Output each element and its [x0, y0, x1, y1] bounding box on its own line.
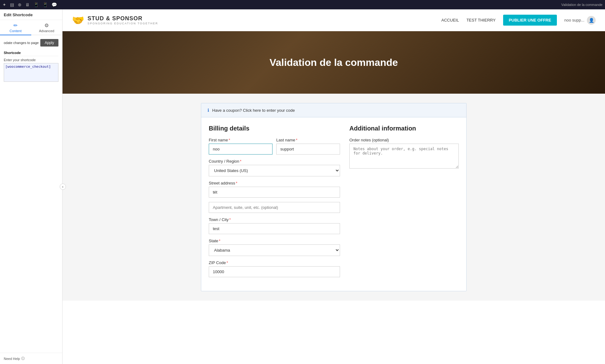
- nav-user[interactable]: noo supp... 👤: [564, 16, 596, 25]
- sidebar-title: Edit Shortcode: [0, 9, 62, 20]
- hero-section: Validation de la commande: [62, 31, 605, 94]
- help-circle-icon: ⓘ: [21, 356, 25, 361]
- town-city-group: Town / City*: [209, 217, 340, 234]
- nav-link-test-thierry[interactable]: TEST THIERRY: [467, 18, 496, 22]
- town-required: *: [229, 217, 231, 222]
- additional-heading: Additional information: [349, 125, 459, 132]
- device-desktop-icon[interactable]: 🖥: [25, 2, 30, 7]
- zip-required: *: [227, 260, 228, 265]
- first-name-required: *: [228, 138, 230, 142]
- street-address2-group: [209, 202, 340, 213]
- street-required: *: [236, 181, 238, 185]
- additional-section: Additional information Order notes (opti…: [349, 125, 459, 282]
- site-nav: 🤝 STUD & SPONSOR Sponsoring Education To…: [62, 9, 605, 31]
- apply-label: odate changes to page: [4, 41, 39, 45]
- street-address-input[interactable]: [209, 187, 340, 198]
- tab-content[interactable]: ✏ Content: [0, 20, 31, 35]
- hero-title: Validation de la commande: [270, 57, 398, 68]
- shortcode-section-title: Shortcode: [4, 51, 58, 56]
- first-name-input[interactable]: [209, 144, 272, 155]
- shortcode-field-label: Enter your shortcode: [4, 58, 58, 62]
- advanced-tab-label: Advanced: [39, 29, 54, 33]
- site-logo: 🤝 STUD & SPONSOR Sponsoring Education To…: [72, 14, 158, 26]
- last-name-group: Last name*: [276, 138, 340, 155]
- order-notes-label: Order notes (optional): [349, 138, 459, 142]
- billing-section: Billing details First name* Last name: [209, 125, 340, 282]
- user-name: noo supp...: [564, 18, 584, 22]
- sidebar-tabs: ✏ Content ⚙ Advanced: [0, 20, 62, 35]
- order-notes-textarea[interactable]: [349, 144, 459, 169]
- state-required: *: [219, 239, 220, 243]
- apply-row: odate changes to page Apply: [4, 39, 58, 47]
- main-content: 🤝 STUD & SPONSOR Sponsoring Education To…: [62, 9, 605, 364]
- last-name-label: Last name*: [276, 138, 340, 142]
- info-icon: ℹ: [208, 108, 209, 113]
- need-help-label: Need Help: [4, 357, 20, 361]
- order-notes-group: Order notes (optional): [349, 138, 459, 170]
- shortcode-textarea[interactable]: [woocommerce_checkout]: [4, 63, 58, 82]
- user-avatar: 👤: [587, 16, 596, 25]
- advanced-tab-icon: ⚙: [44, 22, 49, 28]
- logo-text: STUD & SPONSOR Sponsoring Education Toge…: [88, 15, 158, 25]
- checkout-body: Billing details First name* Last name: [201, 117, 466, 291]
- country-required: *: [240, 159, 242, 164]
- elementor-logo-icon[interactable]: ✦: [2, 2, 6, 7]
- need-help[interactable]: Need Help ⓘ: [0, 353, 62, 364]
- publier-offre-button[interactable]: PUBLIER UNE OFFRE: [503, 15, 557, 26]
- device-tablet-icon[interactable]: 📱: [33, 2, 39, 7]
- logo-icon: 🤝: [72, 14, 84, 26]
- coupon-text: Have a coupon? Click here to enter your …: [212, 108, 295, 113]
- town-city-input[interactable]: [209, 223, 340, 234]
- country-label: Country / Region*: [209, 159, 340, 164]
- tab-advanced[interactable]: ⚙ Advanced: [31, 20, 62, 35]
- last-name-input[interactable]: [276, 144, 340, 155]
- name-row: First name* Last name*: [209, 138, 340, 155]
- nav-links: ACCUEIL TEST THIERRY PUBLIER UNE OFFRE n…: [441, 15, 596, 26]
- last-name-required: *: [296, 138, 298, 142]
- first-name-group: First name*: [209, 138, 272, 155]
- chat-icon[interactable]: 💬: [52, 2, 57, 7]
- menu-icon[interactable]: ▤: [10, 2, 14, 7]
- page-body: ℹ Have a coupon? Click here to enter you…: [62, 94, 605, 301]
- country-select[interactable]: United States (US) France United Kingdom…: [209, 165, 340, 176]
- town-city-label: Town / City*: [209, 217, 340, 222]
- street-address-label: Street address*: [209, 181, 340, 185]
- collapse-sidebar-button[interactable]: ‹: [60, 184, 66, 190]
- street-address-group: Street address*: [209, 181, 340, 198]
- zip-code-group: ZIP Code*: [209, 260, 340, 277]
- page-tab-label: Validation de la commande: [561, 3, 602, 7]
- device-mobile-icon[interactable]: 📱: [42, 2, 48, 7]
- top-toolbar: ✦ ▤ ⊕ 🖥 📱 📱 💬 Validation de la commande: [0, 0, 605, 9]
- nav-link-accueil[interactable]: ACCUEIL: [441, 18, 459, 22]
- state-group: State* Alabama Alaska Arizona California…: [209, 239, 340, 256]
- content-tab-label: Content: [9, 29, 22, 33]
- content-tab-icon: ✏: [13, 22, 18, 28]
- checkout-container: ℹ Have a coupon? Click here to enter you…: [201, 103, 467, 291]
- first-name-label: First name*: [209, 138, 272, 142]
- billing-heading: Billing details: [209, 125, 340, 132]
- street-address2-input[interactable]: [209, 202, 340, 213]
- add-icon[interactable]: ⊕: [18, 2, 22, 7]
- sidebar: Edit Shortcode ✏ Content ⚙ Advanced odat…: [0, 9, 62, 364]
- logo-main-text: STUD & SPONSOR: [88, 15, 158, 22]
- country-group: Country / Region* United States (US) Fra…: [209, 159, 340, 176]
- zip-code-label: ZIP Code*: [209, 260, 340, 265]
- logo-sub-text: Sponsoring Education Together: [88, 22, 158, 25]
- state-label: State*: [209, 239, 340, 243]
- sidebar-body: odate changes to page Apply Shortcode En…: [0, 35, 62, 353]
- apply-button[interactable]: Apply: [40, 39, 58, 47]
- zip-code-input[interactable]: [209, 266, 340, 277]
- state-select[interactable]: Alabama Alaska Arizona California Florid…: [209, 244, 340, 256]
- coupon-bar[interactable]: ℹ Have a coupon? Click here to enter you…: [201, 103, 466, 117]
